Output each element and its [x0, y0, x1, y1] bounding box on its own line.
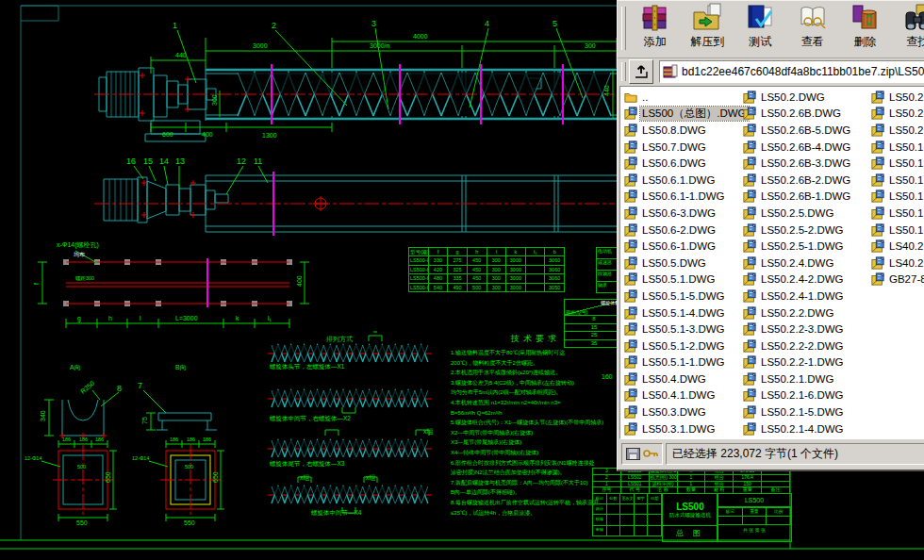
view-button[interactable]: 查看 [786, 1, 839, 56]
file-item[interactable]: LS50.2.1-6.DWG [743, 387, 871, 404]
table-cell [525, 265, 545, 273]
file-name: .. [640, 91, 650, 103]
file-item[interactable]: GB27-88 [871, 272, 924, 288]
parent-directory-item[interactable]: .. [624, 89, 745, 106]
file-name: LS50.6.1-1.DWG [640, 190, 727, 202]
dim-label: 500 [185, 464, 193, 469]
file-item[interactable]: LS50.2.6B-5.DWG [743, 122, 871, 139]
table-row [718, 517, 791, 525]
dwg-file-icon [624, 355, 637, 369]
file-item[interactable]: LS50.5.DWG [624, 255, 745, 272]
file-item[interactable]: LS50.2.6B.DWG [743, 106, 871, 123]
file-item[interactable]: LS50.3.1.DWG [624, 420, 745, 437]
file-item[interactable]: LS50.2.6B-3.DWG [743, 155, 871, 172]
file-item[interactable]: LS50.2.2-1.DWG [743, 354, 871, 371]
table-cell: k [506, 248, 526, 256]
dwg-file-icon [624, 289, 637, 303]
file-item[interactable]: LS50.2.4-2.DWG [743, 272, 871, 288]
table-cell: 3060 [545, 274, 565, 283]
table-cell: 335 [448, 274, 468, 283]
file-item[interactable]: LS50.5.1.DWG [624, 272, 745, 288]
up-directory-button[interactable] [629, 59, 653, 84]
file-item[interactable]: LS50.2. [871, 106, 924, 123]
table-cell: f [428, 248, 448, 256]
extract-to-button-label: 解压到 [690, 34, 724, 50]
file-item[interactable]: LS50.5.1-1.DWG [624, 354, 745, 371]
delete-button[interactable]: 删除 [839, 1, 892, 56]
file-name: LS50.2.6B-5.DWG [759, 124, 852, 136]
file-item[interactable]: LS50.6.1-1.DWG [624, 189, 745, 206]
file-item[interactable]: LS40.2. [871, 238, 924, 255]
balloon-label: 16 [126, 156, 136, 166]
file-item[interactable]: LS50.1. [871, 222, 924, 239]
file-item[interactable]: LS50.5.1-5.DWG [624, 288, 745, 305]
extract-to-button[interactable]: 解压到 [682, 1, 734, 56]
address-bar-grip[interactable] [621, 62, 626, 81]
file-item[interactable]: LS50.6-2.DWG [624, 222, 745, 239]
find-button[interactable]: 查找 [891, 1, 924, 56]
file-list-column: ..LS500（总图）.DWGLS50.8.DWGLS50.7.DWGLS50.… [624, 89, 745, 436]
tech-requirement-line: 200℃)，物料粒度不大于2倍螺距。 [451, 358, 620, 369]
file-item[interactable]: LS50.2.1-4.DWG [743, 420, 871, 437]
file-item[interactable]: LS50.2. [871, 89, 924, 106]
base-frame-view: f 400 g h l L=3000 k l₁ x-Φ14(螺栓孔) 均布 螺距… [33, 241, 309, 328]
file-item[interactable]: LS50.2.1.DWG [743, 371, 871, 387]
file-item[interactable]: LS50.2.2.DWG [743, 305, 871, 321]
file-item[interactable]: LS50.2.1-5.DWG [743, 404, 871, 420]
view-button-label: 查看 [801, 34, 824, 50]
file-item[interactable]: LS50.1. [871, 139, 924, 156]
table-cell: 进料斗(组) [649, 481, 677, 487]
dwg-file-icon [624, 372, 637, 386]
file-item[interactable]: LS50.5.1-3.DWG [624, 321, 745, 338]
file-name: LS50.5.1.DWG [640, 273, 717, 285]
file-item[interactable]: LS50.1. [871, 155, 924, 172]
file-item[interactable]: LS50.2. [871, 122, 924, 139]
file-name: LS40.2. [887, 240, 924, 252]
file-item[interactable]: LS50.2.6B-2.DWG [743, 172, 871, 189]
file-item[interactable]: LS50.7.DWG [624, 139, 745, 156]
table-cell: LS500-Ⅱ [409, 265, 429, 273]
balloon-label: 3 [371, 19, 376, 28]
table-cell: 540 [428, 283, 448, 291]
file-item[interactable]: LS50.8.DWG [624, 122, 745, 139]
file-item[interactable]: LS50.1. [871, 172, 924, 189]
dwg-file-icon [624, 272, 637, 286]
file-item[interactable]: LS50.3.DWG [624, 404, 745, 420]
toolbar-grip[interactable] [621, 7, 626, 50]
file-item[interactable]: LS50.2.5-1.DWG [743, 238, 871, 255]
file-item[interactable]: LS50.6.1.DWG [624, 172, 745, 189]
file-item[interactable]: LS50.1. [871, 205, 924, 222]
file-item[interactable]: LS50.2.6B-4.DWG [743, 139, 871, 156]
file-item[interactable]: LS50.2.4-1.DWG [743, 288, 871, 305]
dwg-file-icon [871, 140, 884, 154]
file-item[interactable]: LS50.2.6B-1.DWG [743, 189, 871, 206]
file-item[interactable]: LS50.6-3.DWG [624, 205, 745, 222]
dwg-file-icon [624, 239, 637, 253]
add-button[interactable]: 添加 [629, 1, 682, 56]
file-item[interactable]: LS50.4.1.DWG [624, 387, 745, 404]
file-item[interactable]: LS50.2.2-3.DWG [743, 321, 871, 338]
file-item[interactable]: LS50.2.2-2.DWG [743, 338, 871, 354]
file-item[interactable]: LS40.2. [871, 255, 924, 272]
file-item[interactable]: LS50.6.DWG [624, 155, 745, 172]
file-item[interactable]: LS50.2.5-2.DWG [743, 222, 871, 239]
file-item[interactable]: LS50.2.4.DWG [743, 255, 871, 272]
file-item[interactable]: LS50.2.DWG [743, 89, 871, 106]
file-item[interactable]: LS50.5.1-2.DWG [624, 338, 745, 354]
table-cell: 组合 [705, 474, 734, 481]
file-item[interactable]: LS50.1. [871, 189, 924, 206]
file-item[interactable]: LS50.6-1.DWG [624, 238, 745, 255]
file-item[interactable]: LS50.5.1-4.DWG [624, 305, 745, 321]
tech-requirement-line: X3—尾节(带尾轴承)(右旋体) [451, 437, 620, 448]
file-item[interactable]: LS50.2.5.DWG [743, 205, 871, 222]
dim-label: 400 [202, 131, 213, 138]
header-bottom: 规格(型号) [566, 309, 587, 315]
screen: 4000 3000 3000/n 300 440 600 400 1300 30… [0, 0, 924, 560]
file-name: LS50.2.DWG [759, 91, 827, 103]
file-item[interactable]: LS500（总图）.DWG [624, 106, 745, 123]
dim-label: 75 [141, 417, 148, 424]
archive-path-combobox[interactable]: bd1c22ee467c6048df4a8bc11bb01be7.zip\LS5… [659, 60, 924, 83]
title-block-center: LS500 防水式螺旋输送机 总 图 [662, 493, 718, 542]
file-item[interactable]: LS50.4.DWG [624, 371, 745, 387]
test-button[interactable]: 测试 [734, 1, 786, 56]
